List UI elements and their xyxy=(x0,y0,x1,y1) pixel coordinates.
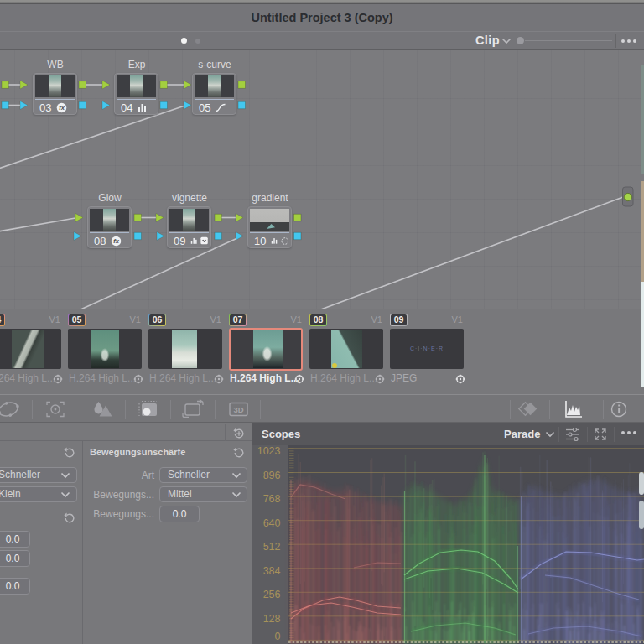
svg-text:256: 256 xyxy=(263,589,281,600)
svg-text:512: 512 xyxy=(263,541,281,553)
svg-text:0: 0 xyxy=(275,631,281,642)
svg-text:3D: 3D xyxy=(233,405,243,414)
svg-text:768: 768 xyxy=(263,493,281,505)
svg-text:384: 384 xyxy=(263,565,281,577)
svg-text:1023: 1023 xyxy=(257,445,281,457)
svg-text:896: 896 xyxy=(263,470,281,481)
svg-text:128: 128 xyxy=(263,613,281,625)
svg-text:fx: fx xyxy=(60,104,65,112)
svg-text:fx: fx xyxy=(114,237,120,245)
svg-text:640: 640 xyxy=(263,517,281,529)
